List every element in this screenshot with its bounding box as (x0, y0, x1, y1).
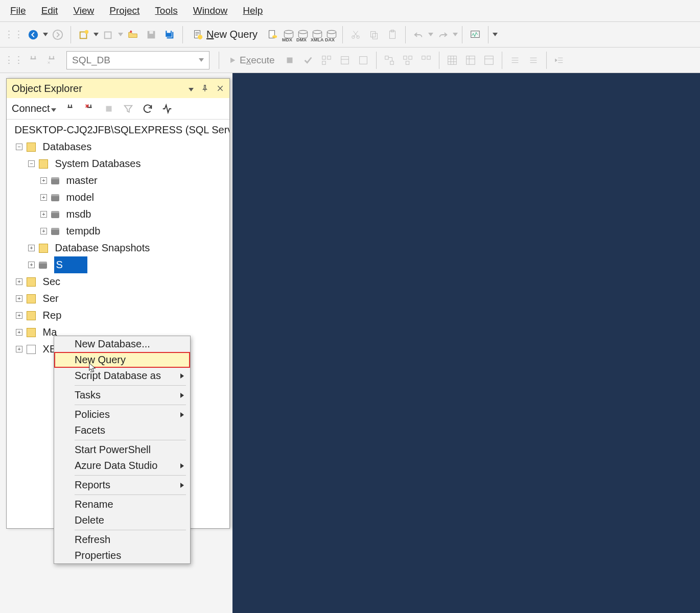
refresh-icon[interactable] (142, 103, 153, 114)
intellisense-button[interactable] (355, 52, 372, 69)
back-button[interactable] (25, 26, 42, 43)
collapse-icon[interactable]: − (16, 144, 22, 150)
tree-system-databases-node[interactable]: − System Databases (8, 155, 226, 172)
svg-rect-41 (106, 106, 111, 111)
ctx-script-database[interactable]: Script Database as (54, 368, 190, 384)
open-file-button[interactable] (100, 26, 117, 43)
expand-icon[interactable]: + (40, 211, 47, 218)
open-file-dropdown[interactable] (118, 33, 123, 36)
expand-icon[interactable]: + (40, 177, 47, 184)
ctx-properties[interactable]: Properties (54, 548, 190, 563)
results-grid-button[interactable] (444, 52, 461, 69)
object-explorer-tree[interactable]: DESKTOP-CJQ2JFB\SQLEXPRESS (SQL Serve − … (7, 120, 229, 362)
client-stats-button[interactable] (417, 52, 435, 69)
toolbar-overflow[interactable] (493, 33, 498, 36)
database-combo[interactable]: SQL_DB (66, 51, 209, 69)
menu-tools[interactable]: Tools (155, 5, 177, 16)
ctx-new-database[interactable]: New Database... (54, 336, 190, 352)
ctx-facets[interactable]: Facets (54, 422, 190, 438)
new-item-button[interactable] (75, 26, 92, 43)
connect-button[interactable]: Connect (12, 103, 56, 114)
open-folder-button[interactable] (124, 26, 142, 43)
expand-icon[interactable]: + (28, 262, 35, 268)
tree-databases-node[interactable]: − Databases (8, 138, 226, 155)
expand-icon[interactable]: + (28, 245, 35, 251)
results-text-button[interactable] (462, 52, 479, 69)
expand-icon[interactable]: + (16, 329, 22, 336)
estimated-plan-button[interactable] (318, 52, 335, 69)
cut-button[interactable] (347, 26, 364, 43)
ctx-rename[interactable]: Rename (54, 497, 190, 512)
disconnect-icon[interactable] (84, 103, 95, 114)
xmla-query-button[interactable]: XMLA (311, 28, 324, 41)
stop-button[interactable] (281, 52, 298, 69)
redo-button[interactable] (434, 26, 452, 43)
tree-server-objects-node[interactable]: + Ser (8, 290, 226, 307)
tree-security-node[interactable]: + Sec (8, 273, 226, 290)
ctx-delete[interactable]: Delete (54, 512, 190, 528)
menu-view[interactable]: View (73, 5, 94, 16)
back-dropdown[interactable] (43, 33, 48, 36)
tree-replication-node[interactable]: + Rep (8, 307, 226, 324)
redo-dropdown[interactable] (453, 33, 458, 36)
comment-button[interactable] (506, 52, 524, 69)
expand-icon[interactable]: + (40, 228, 47, 234)
expand-icon[interactable]: + (40, 194, 47, 201)
activity-monitor-button[interactable] (466, 26, 484, 43)
panel-dropdown-icon[interactable] (189, 83, 194, 94)
collapse-icon[interactable]: − (28, 160, 35, 167)
expand-icon[interactable]: + (16, 295, 22, 302)
results-file-button[interactable] (480, 52, 498, 69)
close-icon[interactable] (216, 84, 224, 92)
indent-button[interactable] (551, 52, 568, 69)
ctx-start-powershell[interactable]: Start PowerShell (54, 442, 190, 458)
tree-server-node[interactable]: DESKTOP-CJQ2JFB\SQLEXPRESS (SQL Serve (8, 122, 226, 138)
activity-icon[interactable] (161, 103, 173, 114)
undo-button[interactable] (410, 26, 427, 43)
parse-button[interactable] (299, 52, 317, 69)
tree-db-selected[interactable]: + S (8, 256, 226, 273)
paste-button[interactable] (384, 26, 401, 43)
live-stats-button[interactable] (399, 52, 416, 69)
ctx-policies[interactable]: Policies (54, 407, 190, 422)
mdx-query-button[interactable]: MDX (282, 28, 295, 41)
undo-dropdown[interactable] (428, 33, 433, 36)
dmx-query-button[interactable]: DMX (296, 28, 310, 41)
save-button[interactable] (143, 26, 160, 43)
actual-plan-button[interactable] (381, 52, 398, 69)
query-options-button[interactable] (336, 52, 354, 69)
expand-icon[interactable]: + (16, 346, 22, 352)
ctx-refresh[interactable]: Refresh (54, 532, 190, 548)
menu-help[interactable]: Help (243, 5, 263, 16)
execute-button[interactable]: ExecuteExecute (223, 55, 280, 66)
change-connection-icon[interactable] (43, 52, 60, 69)
pin-icon[interactable] (201, 84, 209, 92)
ctx-tasks[interactable]: Tasks (54, 387, 190, 403)
connect-icon[interactable] (25, 52, 42, 69)
tree-db-model[interactable]: + model (8, 189, 226, 206)
save-all-button[interactable] (161, 26, 178, 43)
expand-icon[interactable]: + (16, 312, 22, 319)
ctx-new-query[interactable]: New Query (54, 352, 190, 368)
tree-db-msdb[interactable]: + msdb (8, 206, 226, 223)
forward-button[interactable] (49, 26, 66, 43)
tree-snapshots-node[interactable]: + Database Snapshots (8, 240, 226, 256)
new-query-button[interactable]: NNew Queryew Query (187, 29, 263, 40)
tree-db-master[interactable]: + master (8, 172, 226, 189)
uncomment-button[interactable] (525, 52, 542, 69)
ctx-reports[interactable]: Reports (54, 477, 190, 493)
menu-project[interactable]: Project (109, 5, 139, 16)
db-engine-query-button[interactable] (264, 26, 281, 43)
menu-edit[interactable]: Edit (41, 5, 58, 16)
menu-window[interactable]: Window (193, 5, 228, 16)
stop-icon[interactable] (103, 103, 114, 114)
filter-icon[interactable] (123, 103, 134, 114)
expand-icon[interactable]: + (16, 278, 22, 285)
connect-object-icon[interactable] (64, 103, 76, 114)
copy-button[interactable] (365, 26, 383, 43)
ctx-azure-data-studio[interactable]: Azure Data Studio (54, 458, 190, 474)
menu-file[interactable]: File (10, 5, 26, 16)
tree-db-tempdb[interactable]: + tempdb (8, 223, 226, 240)
new-item-dropdown[interactable] (94, 33, 99, 36)
dax-query-button[interactable]: DAX (325, 28, 338, 41)
